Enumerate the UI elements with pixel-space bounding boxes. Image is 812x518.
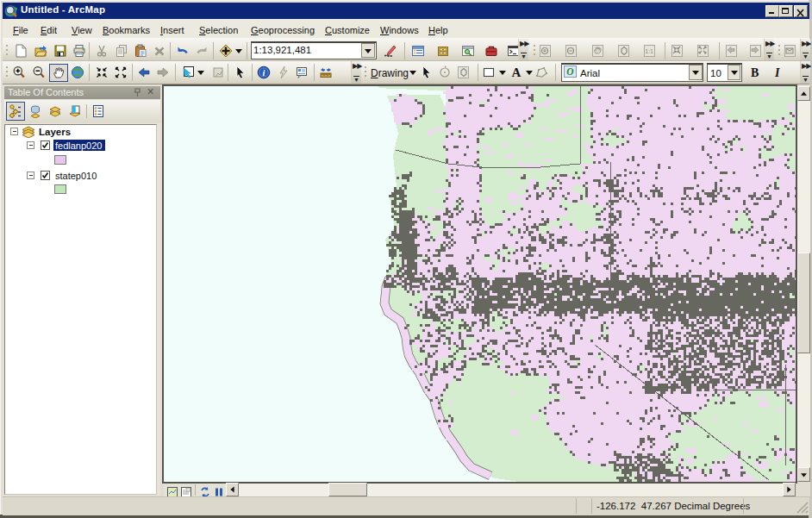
svg-text:i: i — [263, 68, 265, 78]
svg-text:A: A — [512, 66, 522, 79]
svg-text:O: O — [566, 66, 573, 77]
svg-text:1:1: 1:1 — [645, 48, 653, 54]
